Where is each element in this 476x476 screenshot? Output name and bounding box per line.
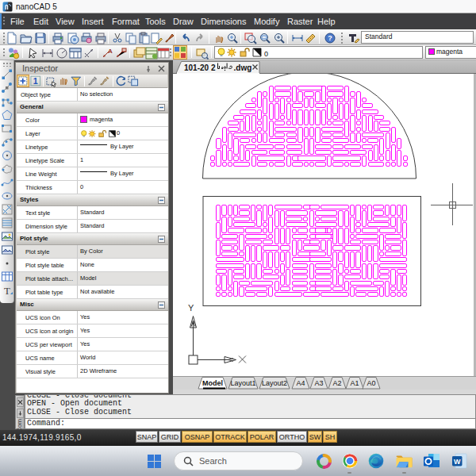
svg-text:Layout2: Layout2: [262, 379, 287, 387]
svg-text:W: W: [454, 458, 461, 466]
svg-text:A1: A1: [350, 379, 359, 387]
svg-text:?: ?: [328, 34, 332, 42]
svg-text:A2: A2: [332, 379, 341, 387]
svg-text:T: T: [4, 285, 10, 297]
svg-text:A3: A3: [314, 379, 323, 387]
svg-text:A: A: [108, 48, 113, 55]
svg-text:1: 1: [33, 76, 37, 86]
svg-text:A4: A4: [296, 379, 305, 387]
svg-text:101-20 2: 101-20 2: [184, 63, 216, 72]
svg-text:.dwg: .dwg: [234, 63, 252, 72]
svg-text:Layout1: Layout1: [230, 379, 255, 387]
svg-text:Model: Model: [202, 379, 223, 387]
svg-text:A0: A0: [367, 379, 375, 387]
svg-text:Y: Y: [188, 303, 194, 313]
